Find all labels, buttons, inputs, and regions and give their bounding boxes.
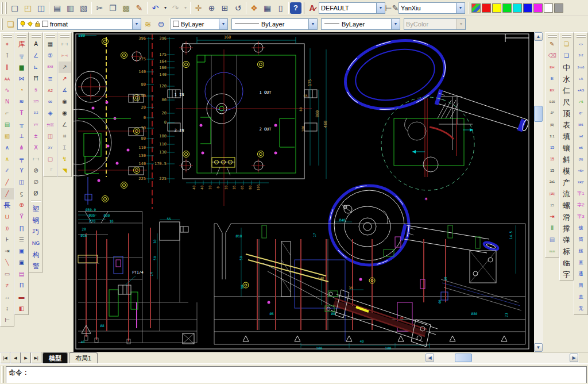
datum-flag-button[interactable]: ⊢: [1, 314, 14, 326]
dim-aligned-button[interactable]: ↗: [59, 62, 71, 73]
cut[interactable]: ✂: [93, 1, 106, 14]
dim-linear-button[interactable]: ⊢⊣: [59, 39, 71, 50]
dim-flag-button[interactable]: ⊢⊣: [30, 153, 42, 165]
zoom-window[interactable]: ⊞: [218, 1, 231, 14]
make-layer-current-button[interactable]: ≋: [141, 17, 154, 30]
dim-eh-button[interactable]: EH: [546, 62, 559, 73]
chevron-down-icon[interactable]: ▼: [456, 3, 465, 13]
clock-insert-button[interactable]: ◔: [16, 85, 28, 96]
text-style-icon[interactable]: A̷: [305, 1, 319, 14]
dashed-line-button[interactable]: ╱: [1, 176, 14, 188]
dim-pm6-button[interactable]: ±6: [575, 142, 587, 153]
break-tool-button[interactable]: ≠: [1, 280, 14, 291]
construction-line-button[interactable]: ╱: [1, 188, 14, 199]
color-blue-swatch[interactable]: [523, 3, 532, 13]
dim-6deg-button[interactable]: 6°: [575, 107, 587, 119]
linetype-combo[interactable]: ByLayer ▼: [231, 18, 318, 30]
dim-2-m6-button[interactable]: 2-m6: [575, 62, 587, 73]
dim-arc-button[interactable]: ∠: [59, 119, 71, 130]
dim-exy-button[interactable]: EX: [546, 85, 559, 96]
color-combo[interactable]: ByLayer ▼: [171, 18, 228, 30]
dim-angular-button[interactable]: ∠: [30, 50, 42, 62]
dim-empty-button[interactable]: ∅: [30, 176, 42, 188]
text-edit-button[interactable]: A: [30, 39, 42, 50]
dim-brush-button[interactable]: ✎: [546, 39, 559, 50]
dim-erase-button[interactable]: ⌫: [546, 50, 559, 62]
layout-tab-模型[interactable]: 模型: [42, 352, 68, 363]
cap-part-button[interactable]: ∏: [16, 222, 28, 234]
scroll-up-button[interactable]: ▲: [534, 32, 543, 41]
pin-part-button[interactable]: ⊥: [16, 130, 28, 142]
tolerance-tool-button[interactable]: ±: [30, 130, 42, 142]
text-zi2-button[interactable]: 字2: [575, 199, 587, 211]
publish[interactable]: ▧: [77, 1, 90, 14]
undo[interactable]: ↶: [149, 1, 162, 14]
ray-line-button[interactable]: ╲: [1, 257, 14, 268]
cjk-ren-button[interactable]: 仁: [560, 85, 573, 96]
vertical-scroll-thumb[interactable]: [534, 106, 543, 122]
dim-tong-button[interactable]: 筒: [575, 234, 587, 245]
numbering-123-button[interactable]: 123: [30, 96, 42, 107]
polyline-edit-button[interactable]: N: [1, 96, 14, 107]
tab-nav-3[interactable]: ▶|: [31, 352, 41, 363]
toolbar-grip[interactable]: [1, 2, 3, 14]
layer-previous-button[interactable]: ⊜: [154, 17, 168, 30]
circle-rect-button[interactable]: ▢: [44, 153, 57, 165]
screw-y-button[interactable]: Ϋ: [16, 211, 28, 222]
dim-si-button[interactable]: 丝: [575, 245, 587, 257]
tpipe-part-button[interactable]: ╤: [16, 153, 28, 165]
dim-2-2-button[interactable]: 2-2: [575, 50, 587, 62]
command-grip[interactable]: [1, 366, 4, 383]
dim-2pm1-button[interactable]: 2±1: [546, 176, 559, 188]
tab-nav-0[interactable]: |◀: [0, 352, 10, 363]
command-input[interactable]: 命令 :: [6, 366, 587, 383]
help[interactable]: ?: [290, 2, 301, 14]
dim-e-axis-button[interactable]: E: [546, 73, 559, 85]
cjk-tan-button[interactable]: 弹: [560, 234, 573, 245]
save-file[interactable]: ◫: [34, 1, 48, 14]
target-circle-button[interactable]: ⊕: [16, 199, 28, 211]
paste[interactable]: ▩: [119, 1, 133, 14]
tab-nav-2[interactable]: ▶: [21, 352, 31, 363]
parallel-copy-button[interactable]: ∥: [1, 62, 14, 73]
text-zi1-button[interactable]: 字1: [575, 188, 587, 199]
sketch-claw-button[interactable]: ϛ: [16, 188, 28, 199]
sheet-a2-button[interactable]: A2: [44, 85, 57, 96]
screw-part-button[interactable]: Ŧ: [16, 107, 28, 119]
stretch-h-button[interactable]: ↔: [1, 291, 14, 303]
part-library-button[interactable]: 库: [16, 39, 28, 50]
cjk-zi-button[interactable]: 字: [560, 268, 573, 280]
cjk-zhong-button[interactable]: 中: [560, 62, 573, 73]
slot-tool-button[interactable]: ⊔: [1, 211, 14, 222]
dim-yy-button[interactable]: YY: [30, 119, 42, 130]
design-center[interactable]: ▦: [261, 1, 274, 14]
pan-realtime[interactable]: ✛: [192, 1, 205, 14]
clamp-unit-button[interactable]: ╦: [16, 50, 28, 62]
dim-15-blue-button[interactable]: 15: [546, 142, 559, 153]
menu-ng-button[interactable]: NG: [30, 237, 42, 249]
dim-0-angle-button[interactable]: .0°: [546, 107, 559, 119]
stretch-v-button[interactable]: ↕: [1, 303, 14, 314]
cjk-biao2-button[interactable]: 标: [560, 245, 573, 257]
color-bylayer-swatch[interactable]: [471, 3, 481, 13]
dim-zhi2-button[interactable]: 直: [575, 291, 587, 303]
hatch-tool-button[interactable]: ▤: [1, 119, 14, 130]
layer-manager-button[interactable]: ❏: [4, 17, 17, 30]
menu-qiao-button[interactable]: 巧: [30, 226, 42, 237]
color-magenta-swatch[interactable]: [533, 3, 543, 13]
tool-palettes[interactable]: ❖: [247, 1, 261, 14]
layer-combo[interactable]: fromat ▼: [17, 18, 141, 30]
cjk-cheng-button[interactable]: 撑: [560, 222, 573, 234]
dim-du-button[interactable]: 镀: [575, 222, 587, 234]
grid-8x8-button[interactable]: 8X8: [44, 62, 57, 73]
dim-brackets-button[interactable]: <>: [575, 39, 587, 50]
dim-3-1-button[interactable]: 3:1: [546, 130, 559, 142]
cjk-luo-button[interactable]: 螺: [560, 199, 573, 211]
toolbar-grip[interactable]: [5, 2, 7, 14]
toolbar-grip[interactable]: [469, 2, 470, 14]
cjk-chan-button[interactable]: 产: [560, 176, 573, 188]
lightning-mark-button[interactable]: ↯: [59, 153, 71, 165]
compass-sw-button[interactable]: ◉: [59, 107, 71, 119]
dim-paren6-button[interactable]: (6): [575, 153, 587, 165]
rail-part-button[interactable]: ☰: [16, 234, 28, 245]
